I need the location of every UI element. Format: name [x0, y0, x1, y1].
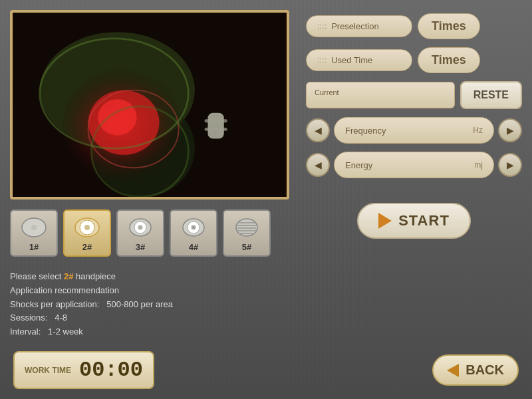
work-time-area: WORK TIME 00:00 — [13, 351, 154, 389]
svg-point-20 — [138, 225, 143, 230]
handpiece-2-label: 2# — [82, 242, 92, 252]
frequency-row: ◀ Frequency Hz ▶ — [306, 117, 522, 144]
handpiece-3[interactable]: 3# — [116, 209, 164, 257]
start-arrow-icon — [378, 213, 392, 229]
left-panel: 1# 2# — [10, 10, 296, 342]
handpiece-1-icon — [17, 214, 51, 241]
svg-point-17 — [84, 225, 90, 230]
handpiece-5-label: 5# — [242, 242, 251, 252]
svg-point-5 — [98, 99, 136, 135]
energy-row: ◀ Energy mj ▶ — [306, 152, 522, 178]
frequency-label: Frequency — [345, 126, 386, 136]
back-arrow-icon — [447, 364, 459, 377]
energy-left-button[interactable]: ◀ — [306, 153, 330, 177]
handpiece-2[interactable]: 2# — [63, 209, 111, 257]
used-time-row: :::: Used Time Times — [306, 47, 522, 73]
right-panel: :::: Preselection Times :::: Used Time T… — [306, 10, 522, 342]
handpiece-3-label: 3# — [136, 242, 145, 252]
back-button[interactable]: BACK — [432, 354, 519, 386]
used-time-value: Times — [418, 47, 480, 73]
energy-label: Energy — [345, 160, 372, 170]
frequency-label-area: Frequency Hz — [334, 117, 494, 144]
used-time-name: Used Time — [331, 55, 372, 65]
top-area: 1# 2# — [10, 10, 522, 342]
svg-rect-9 — [207, 113, 223, 139]
current-input: Current — [306, 82, 455, 108]
handpiece-4-label: 4# — [189, 242, 198, 252]
handpiece-4-icon — [177, 214, 210, 241]
work-time-display: 00:00 — [79, 358, 143, 382]
work-time-label: WORK TIME — [25, 366, 71, 375]
image-frame — [10, 10, 289, 200]
handpiece-selector: 1# 2# — [10, 206, 296, 260]
reste-button[interactable]: RESTE — [460, 81, 522, 109]
svg-rect-11 — [205, 128, 227, 131]
energy-right-button[interactable]: ▶ — [498, 153, 522, 177]
dots-icon-usedtime: :::: — [317, 57, 327, 64]
handpiece-4[interactable]: 4# — [170, 209, 217, 257]
handpiece-5-icon — [230, 214, 263, 241]
start-label: START — [398, 212, 450, 229]
svg-point-14 — [31, 225, 37, 230]
svg-rect-10 — [205, 119, 227, 122]
frequency-left-button[interactable]: ◀ — [306, 118, 330, 142]
handpiece-2-icon — [70, 214, 104, 241]
back-label: BACK — [466, 362, 504, 378]
preselection-row: :::: Preselection Times — [306, 13, 522, 39]
handpiece-1[interactable]: 1# — [10, 209, 58, 257]
handpiece-3-icon — [124, 214, 157, 241]
svg-point-24 — [193, 227, 195, 229]
energy-unit: mj — [474, 160, 483, 170]
shocks-info: Shocks per application: 500-800 per area — [10, 298, 296, 312]
preselection-name: Preselection — [331, 21, 379, 31]
used-time-label: :::: Used Time — [306, 49, 412, 71]
frequency-unit: Hz — [473, 126, 483, 135]
sessions-info: Sessions: 4-8 — [10, 311, 296, 325]
current-row: Current RESTE — [306, 81, 522, 109]
frequency-right-button[interactable]: ▶ — [498, 118, 522, 142]
app-recommendation: Application recommendation — [10, 284, 296, 298]
handpiece-5[interactable]: 5# — [223, 209, 271, 257]
interval-info: Interval: 1-2 week — [10, 325, 296, 339]
energy-label-area: Energy mj — [334, 152, 494, 178]
info-text: Please select 2# handpiece Application r… — [10, 267, 296, 342]
preselection-value: Times — [418, 13, 480, 39]
select-prompt: Please select 2# handpiece — [10, 270, 296, 284]
handpiece-1-label: 1# — [29, 242, 39, 252]
main-container: 1# 2# — [0, 0, 532, 399]
dots-icon-preselection: :::: — [317, 23, 327, 30]
current-label: Current — [315, 88, 339, 96]
bottom-bar: WORK TIME 00:00 BACK — [10, 346, 522, 389]
preselection-label: :::: Preselection — [306, 15, 412, 37]
start-button[interactable]: START — [357, 203, 471, 239]
